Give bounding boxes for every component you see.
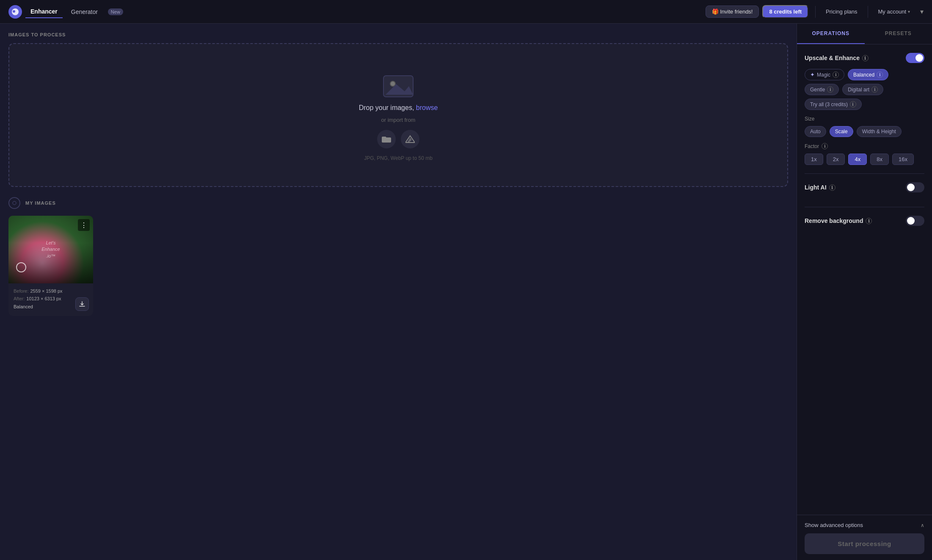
images-section-label: IMAGES TO PROCESS	[8, 32, 788, 37]
mode-balanced-tag[interactable]: Balanced ℹ	[848, 69, 888, 80]
drop-image-icon	[381, 69, 415, 99]
light-ai-toggle-knob	[907, 184, 915, 191]
tab-operations[interactable]: OPERATIONS	[797, 24, 865, 44]
factor-section: Factor ℹ 1x 2x 4x 8x 16x	[805, 143, 924, 165]
size-label: Size	[805, 116, 924, 122]
nav-generator[interactable]: Generator	[66, 6, 103, 18]
header-divider-2	[868, 6, 868, 18]
mode-try-all-tag[interactable]: Try all (3 credits) ℹ	[805, 99, 862, 110]
light-ai-toggle[interactable]	[906, 182, 924, 192]
image-menu-button[interactable]: ⋮	[78, 219, 90, 231]
pricing-link[interactable]: Pricing plans	[822, 6, 860, 17]
credits-button[interactable]: 8 credits left	[762, 5, 808, 18]
magic-star-icon: ✦	[810, 71, 815, 78]
remove-bg-row: Remove background ℹ	[805, 216, 924, 226]
remove-bg-toggle[interactable]	[906, 216, 924, 226]
upscale-toggle-knob	[915, 54, 923, 62]
left-panel: IMAGES TO PROCESS Drop your images, brow…	[0, 24, 797, 560]
new-badge: New	[108, 8, 123, 15]
show-advanced-label: Show advanced options	[805, 522, 863, 528]
try-all-info-icon[interactable]: ℹ	[850, 101, 856, 107]
drop-subtext: or import from	[381, 117, 416, 123]
nav-enhancer[interactable]: Enhancer	[25, 5, 63, 18]
invite-friends-button[interactable]: 🎁 Invite friends!	[706, 5, 759, 18]
account-caret-icon: ▾	[908, 9, 910, 14]
my-images-header: MY IMAGES	[8, 197, 788, 209]
my-account-link[interactable]: My account ▾	[875, 6, 913, 17]
size-auto-tag[interactable]: Auto	[805, 126, 826, 137]
factor-8x-button[interactable]: 8x	[870, 154, 889, 165]
header-caret-icon[interactable]: ▾	[920, 8, 924, 16]
mode-magic-tag[interactable]: ✦ Magic ℹ	[805, 69, 844, 80]
svg-point-1	[13, 10, 15, 13]
light-ai-info-icon[interactable]: ℹ	[829, 184, 835, 191]
magic-info-icon[interactable]: ℹ	[833, 71, 839, 78]
upscale-section: Upscale & Enhance ℹ ✦ Magic ℹ Bala	[805, 53, 924, 174]
remove-bg-toggle-knob	[907, 217, 915, 225]
circle-overlay	[16, 262, 26, 272]
svg-marker-8	[407, 137, 412, 143]
remove-bg-section: Remove background ℹ	[805, 216, 924, 240]
size-section: Size Auto Scale Width & Height	[805, 116, 924, 165]
image-grid: Let'sEnhance.io™ ⋮ Before: 2559 × 1598 p…	[8, 216, 788, 316]
advanced-chevron-icon: ∧	[921, 522, 924, 528]
start-processing-button[interactable]: Start processing	[805, 533, 924, 554]
size-mode-tags: Auto Scale Width & Height	[805, 126, 924, 137]
folder-import-button[interactable]	[377, 130, 396, 148]
bottom-actions: Show advanced options ∧ Start processing	[797, 515, 932, 560]
right-panel: OPERATIONS PRESETS Upscale & Enhance ℹ	[797, 24, 932, 560]
logo-icon	[8, 5, 22, 19]
tab-presets[interactable]: PRESETS	[865, 24, 932, 44]
header-divider	[815, 6, 816, 18]
header: Enhancer Generator New 🎁 Invite friends!…	[0, 0, 932, 24]
main-layout: IMAGES TO PROCESS Drop your images, brow…	[0, 24, 932, 560]
size-width-height-tag[interactable]: Width & Height	[857, 126, 902, 137]
svg-point-6	[391, 82, 395, 86]
download-button[interactable]	[75, 297, 89, 311]
import-icons	[377, 130, 419, 148]
factor-4x-button[interactable]: 4x	[848, 154, 867, 165]
my-images-toggle[interactable]	[8, 197, 20, 209]
upscale-title: Upscale & Enhance ℹ	[805, 55, 869, 61]
factor-16x-button[interactable]: 16x	[892, 154, 914, 165]
digital-art-info-icon[interactable]: ℹ	[871, 86, 878, 93]
size-scale-tag[interactable]: Scale	[830, 126, 853, 137]
gentle-info-icon[interactable]: ℹ	[827, 86, 833, 93]
light-ai-section: Light AI ℹ	[805, 182, 924, 207]
upscale-toggle[interactable]	[906, 53, 924, 63]
file-types-label: JPG, PNG, WebP up to 50 mb	[364, 155, 433, 161]
mode-gentle-tag[interactable]: Gentle ℹ	[805, 84, 839, 95]
drop-text: Drop your images, browse	[359, 104, 438, 112]
my-account-label: My account	[878, 8, 906, 15]
operations-tabs: OPERATIONS PRESETS	[797, 24, 932, 44]
watermark: Let'sEnhance.io™	[41, 240, 60, 259]
remove-bg-info-icon[interactable]: ℹ	[866, 218, 872, 224]
upscale-mode-tags: ✦ Magic ℹ Balanced ℹ Gentle ℹ Digital ar…	[805, 69, 924, 110]
svg-point-9	[13, 201, 16, 205]
remove-bg-title: Remove background ℹ	[805, 217, 872, 224]
show-advanced-button[interactable]: Show advanced options ∧	[805, 521, 924, 529]
factor-2x-button[interactable]: 2x	[827, 154, 845, 165]
factor-info-icon[interactable]: ℹ	[822, 143, 828, 149]
my-images-label: MY IMAGES	[25, 200, 56, 206]
light-ai-title: Light AI ℹ	[805, 184, 835, 191]
operations-content: Upscale & Enhance ℹ ✦ Magic ℹ Bala	[797, 44, 932, 515]
upscale-row: Upscale & Enhance ℹ	[805, 53, 924, 63]
balanced-info-icon[interactable]: ℹ	[877, 71, 883, 78]
drive-import-button[interactable]	[401, 130, 419, 148]
image-card[interactable]: Let'sEnhance.io™ ⋮ Before: 2559 × 1598 p…	[8, 216, 93, 316]
factor-1x-button[interactable]: 1x	[805, 154, 823, 165]
light-ai-row: Light AI ℹ	[805, 182, 924, 192]
drop-zone[interactable]: Drop your images, browse or import from …	[8, 43, 788, 187]
factor-buttons: 1x 2x 4x 8x 16x	[805, 154, 924, 165]
mode-digital-art-tag[interactable]: Digital art ℹ	[842, 84, 883, 95]
factor-label: Factor	[805, 143, 819, 149]
browse-link[interactable]: browse	[416, 104, 438, 111]
upscale-info-icon[interactable]: ℹ	[862, 55, 869, 61]
